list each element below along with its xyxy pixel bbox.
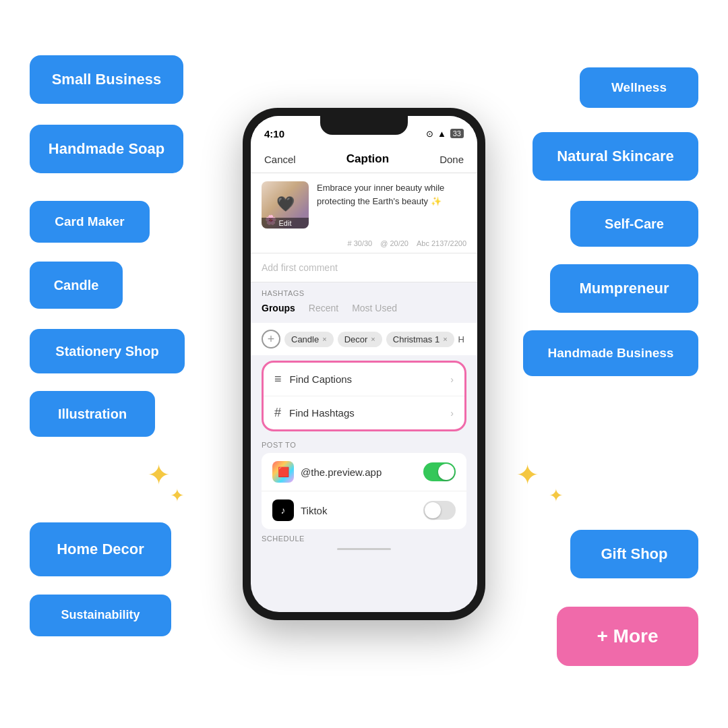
find-captions-row[interactable]: ≡ Find Captions ›	[264, 363, 464, 396]
tag-wellness[interactable]: Wellness	[580, 67, 698, 108]
hashtags-label: HASHTAGS	[262, 289, 466, 297]
find-hashtags-label: Find Hashtags	[289, 407, 442, 419]
tag-illustration[interactable]: Illustration	[30, 391, 155, 437]
add-chip-button[interactable]: +	[262, 330, 280, 348]
schedule-indicator	[337, 548, 391, 550]
preview-app-row[interactable]: 🟥 @the.preview.app	[262, 453, 466, 491]
caption-title: Caption	[346, 152, 389, 166]
schedule-section: SCHEDULE	[251, 530, 477, 550]
tag-handmade-soap[interactable]: Handmade Soap	[30, 125, 183, 173]
preview-app-name: @the.preview.app	[301, 466, 417, 478]
chip-candle-label: Candle	[291, 334, 319, 344]
chip-candle[interactable]: Candle ×	[284, 332, 334, 347]
chip-decor[interactable]: Decor ×	[338, 332, 382, 347]
post-to-rows: 🟥 @the.preview.app ♪ Tiktok	[262, 453, 466, 529]
post-preview: 🖤 🌸 Edit Embrace your inner beauty while…	[251, 173, 477, 237]
counter-row: # 30/30 @ 20/20 Abc 2137/2200	[251, 237, 477, 253]
hashtags-section: HASHTAGS Groups Recent Most Used	[251, 282, 477, 323]
find-hashtags-chevron: ›	[450, 408, 454, 419]
tiktok-toggle[interactable]	[423, 501, 456, 520]
status-time: 4:10	[264, 128, 284, 140]
chip-christmas[interactable]: Christmas 1 ×	[386, 332, 454, 347]
schedule-label: SCHEDULE	[262, 535, 466, 543]
tiktok-icon: ♪	[272, 499, 294, 521]
tag-candle[interactable]: Candle	[30, 262, 123, 309]
chip-more: H	[458, 334, 464, 344]
tag-handmade-business[interactable]: Handmade Business	[523, 330, 698, 376]
find-section: ≡ Find Captions › # Find Hashtags ›	[262, 361, 466, 431]
chip-christmas-remove[interactable]: ×	[443, 335, 447, 343]
first-comment-placeholder: Add first comment	[262, 262, 338, 273]
preview-app-icon: 🟥	[272, 461, 294, 483]
sparkle-right: ✦	[516, 458, 539, 491]
hash-icon: #	[274, 406, 281, 420]
battery-icon: 33	[450, 129, 464, 138]
cancel-button[interactable]: Cancel	[264, 154, 296, 165]
tag-mumpreneur[interactable]: Mumpreneur	[550, 264, 698, 313]
hashtag-chips-row: + Candle × Decor × Christmas 1 × H	[251, 323, 477, 355]
lines-icon: ≡	[274, 372, 282, 386]
done-button[interactable]: Done	[439, 154, 464, 165]
tag-small-business[interactable]: Small Business	[30, 55, 183, 104]
mention-counter: @ 20/20	[380, 239, 408, 247]
wifi-icon: ⊙	[426, 129, 433, 139]
chip-christmas-label: Christmas 1	[393, 334, 439, 344]
sparkle-left-small: ✦	[170, 485, 185, 506]
find-hashtags-row[interactable]: # Find Hashtags ›	[264, 396, 464, 429]
hashtag-counter: # 30/30	[348, 239, 373, 247]
tab-recent[interactable]: Recent	[309, 303, 338, 313]
post-to-section: POST TO 🟥 @the.preview.app ♪	[251, 437, 477, 530]
char-counter: Abc 2137/2200	[417, 239, 466, 247]
signal-icon: ▲	[437, 129, 446, 139]
tag-stationery-shop[interactable]: Stationery Shop	[30, 329, 185, 373]
phone-mockup: 4:10 ⊙ ▲ 33 Cancel Caption Done 🖤 🌸 Edit	[243, 108, 485, 620]
tag-sustainability[interactable]: Sustainability	[30, 595, 171, 636]
preview-toggle[interactable]	[423, 462, 456, 481]
tag-card-maker[interactable]: Card Maker	[30, 201, 150, 243]
post-thumbnail[interactable]: 🖤 🌸 Edit	[262, 181, 309, 229]
find-captions-label: Find Captions	[290, 373, 443, 385]
chip-decor-remove[interactable]: ×	[371, 335, 375, 343]
tab-most-used[interactable]: Most Used	[352, 303, 397, 313]
phone-notch	[320, 116, 408, 135]
status-icons: ⊙ ▲ 33	[426, 129, 464, 139]
nav-bar: Cancel Caption Done	[251, 146, 477, 173]
bottle-icon: 🖤	[276, 195, 295, 213]
tab-groups[interactable]: Groups	[262, 303, 295, 313]
tiktok-row[interactable]: ♪ Tiktok	[262, 491, 466, 529]
edit-label[interactable]: Edit	[262, 218, 309, 229]
sparkle-left: ✦	[147, 458, 171, 491]
first-comment-field[interactable]: Add first comment	[251, 253, 477, 282]
chip-decor-label: Decor	[344, 334, 368, 344]
tag-gift-shop[interactable]: Gift Shop	[570, 530, 698, 578]
post-to-label: POST TO	[262, 441, 466, 449]
tiktok-app-name: Tiktok	[301, 505, 417, 516]
caption-text[interactable]: Embrace your inner beauty while protecti…	[317, 181, 466, 208]
tag-home-decor[interactable]: Home Decor	[30, 522, 171, 576]
tag-self-care[interactable]: Self-Care	[570, 201, 698, 247]
chip-candle-remove[interactable]: ×	[322, 335, 326, 343]
tag-natural-skincare[interactable]: Natural Skincare	[533, 132, 698, 181]
sparkle-right-small: ✦	[549, 485, 564, 506]
tag-more[interactable]: + More	[557, 607, 698, 666]
find-captions-chevron: ›	[450, 374, 454, 385]
hashtags-tabs: Groups Recent Most Used	[262, 303, 466, 313]
